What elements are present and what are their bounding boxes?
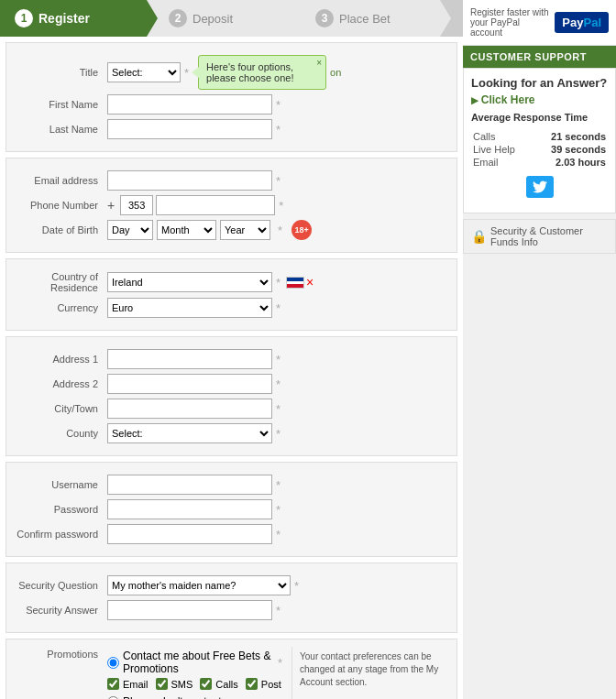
security-question-field: My mother's maiden name? * (107, 575, 447, 595)
username-row: Username * (16, 475, 447, 495)
email-field: * (107, 170, 447, 191)
email-input[interactable] (107, 170, 272, 191)
ireland-flag (286, 277, 304, 289)
promo-calls-checkbox[interactable] (200, 678, 212, 690)
title-select[interactable]: Select: Mr Mrs Miss Ms (107, 62, 181, 82)
age-badge: 18+ (292, 220, 312, 240)
security-answer-input[interactable] (107, 600, 272, 620)
twitter-icon (533, 180, 547, 193)
county-select[interactable]: Select: (107, 423, 272, 443)
currency-required: * (276, 301, 280, 315)
confirm-password-label: Confirm password (16, 529, 107, 540)
flag-remove-button[interactable]: × (306, 275, 314, 289)
promo-post-checkbox-label[interactable]: Post (246, 678, 281, 690)
promo-sms-checkbox-label[interactable]: SMS (156, 678, 193, 690)
address1-input[interactable] (107, 349, 272, 369)
country-select[interactable]: Ireland (107, 272, 272, 292)
country-label: Country of Residence (16, 271, 107, 293)
county-label: County (16, 428, 107, 439)
customer-support-header: CUSTOMER SUPPORT (463, 46, 616, 68)
security-answer-field: * (107, 600, 447, 620)
paypal-logo[interactable]: PayPal (555, 12, 609, 33)
country-section: Country of Residence Ireland * × Currenc… (6, 258, 457, 331)
step-num-2: 2 (169, 9, 187, 27)
security-question-required: * (294, 579, 299, 593)
promotions-row: Promotions Contact me about Free Bets & … (16, 647, 447, 699)
dob-day-select[interactable]: Day (107, 220, 153, 240)
security-answer-label: Security Answer (16, 605, 107, 616)
phone-prefix: + (107, 198, 116, 213)
promo-contact-label: Contact me about Free Bets & Promotions (123, 650, 274, 675)
twitter-button[interactable] (526, 176, 554, 198)
lock-icon: 🔒 (471, 229, 487, 244)
dob-field: Day Month Year * 18+ (107, 220, 447, 240)
address2-field: * (107, 374, 447, 394)
username-input[interactable] (107, 475, 272, 495)
address2-label: Address 2 (16, 378, 107, 389)
security-info[interactable]: 🔒 Security & Customer Funds Info (463, 219, 616, 254)
sidebar-email-time: 2.03 hours (531, 156, 608, 169)
tooltip-box: Here's four options, please choose one! … (198, 55, 326, 90)
username-required: * (276, 478, 280, 492)
currency-select[interactable]: Euro (107, 298, 272, 318)
password-field: * (107, 499, 447, 519)
tooltip-text: Here's four options, please choose one! (206, 61, 293, 83)
promo-email-checkbox-label[interactable]: Email (107, 678, 148, 690)
tooltip-close-button[interactable]: × (316, 58, 322, 68)
lastname-input[interactable] (107, 119, 272, 139)
county-field: Select: * (107, 423, 447, 443)
confirm-password-field: * (107, 524, 447, 544)
customer-support-label: CUSTOMER SUPPORT (470, 51, 587, 62)
email-row: Email address * (16, 170, 447, 191)
dob-month-select[interactable]: Month (157, 220, 216, 240)
citytown-input[interactable] (107, 399, 272, 419)
calls-row: Calls 21 seconds (471, 130, 608, 143)
security-question-select[interactable]: My mother's maiden name? (107, 575, 291, 595)
dob-year-select[interactable]: Year (220, 220, 270, 240)
dob-required: * (278, 224, 282, 237)
live-help-time: 39 seconds (531, 143, 608, 156)
flag-box: × (286, 275, 314, 289)
promo-no-contact-label: Please don't contact me. (123, 695, 243, 699)
phone-number-input[interactable] (156, 195, 275, 215)
password-input[interactable] (107, 499, 272, 519)
promo-no-contact-radio[interactable] (107, 696, 119, 700)
address2-input[interactable] (107, 374, 272, 394)
country-field: Ireland * × (107, 272, 447, 292)
step-num-1: 1 (15, 9, 33, 27)
security-answer-required: * (276, 604, 280, 617)
password-row: Password * (16, 499, 447, 519)
firstname-input[interactable] (107, 94, 272, 115)
promo-contact-radio[interactable] (107, 657, 119, 669)
address2-row: Address 2 * (16, 374, 447, 394)
promo-calls-checkbox-label[interactable]: Calls (200, 678, 237, 690)
address1-field: * (107, 349, 447, 369)
step-placebet-label: Place Bet (339, 12, 390, 26)
step-deposit[interactable]: 2 Deposit (147, 0, 293, 37)
contact-section: Email address * Phone Number + * (6, 158, 457, 253)
promo-email-checkbox[interactable] (107, 678, 119, 690)
password-label: Password (16, 504, 107, 515)
title-field: Select: Mr Mrs Miss Ms * Here's four opt… (107, 55, 447, 90)
step-placebet[interactable]: 3 Place Bet (293, 0, 440, 37)
address2-required: * (276, 377, 280, 391)
step-num-3: 3 (315, 9, 334, 27)
username-label: Username (16, 479, 107, 490)
password-required: * (276, 503, 280, 517)
tooltip-link[interactable]: on (330, 67, 341, 78)
username-field: * (107, 475, 447, 495)
step-register[interactable]: 1 Register (0, 0, 147, 37)
confirm-password-row: Confirm password * (16, 524, 447, 544)
confirm-password-input[interactable] (107, 524, 272, 544)
promo-contact-radio-row: Contact me about Free Bets & Promotions … (107, 650, 282, 675)
click-here-link[interactable]: Click Here (471, 93, 608, 106)
support-content: Looking for an Answer? Click Here Averag… (463, 68, 616, 213)
promo-sms-checkbox[interactable] (156, 678, 168, 690)
support-title: Looking for an Answer? (471, 76, 608, 90)
promo-post-checkbox[interactable] (246, 678, 258, 690)
phone-code-input[interactable] (120, 195, 153, 215)
phone-row: Phone Number + * (16, 195, 447, 215)
sidebar-email-label: Email (471, 156, 531, 169)
title-row: Title Select: Mr Mrs Miss Ms * Here's fo… (16, 55, 447, 90)
paypal-text: Register faster with your PayPal account (470, 7, 549, 38)
